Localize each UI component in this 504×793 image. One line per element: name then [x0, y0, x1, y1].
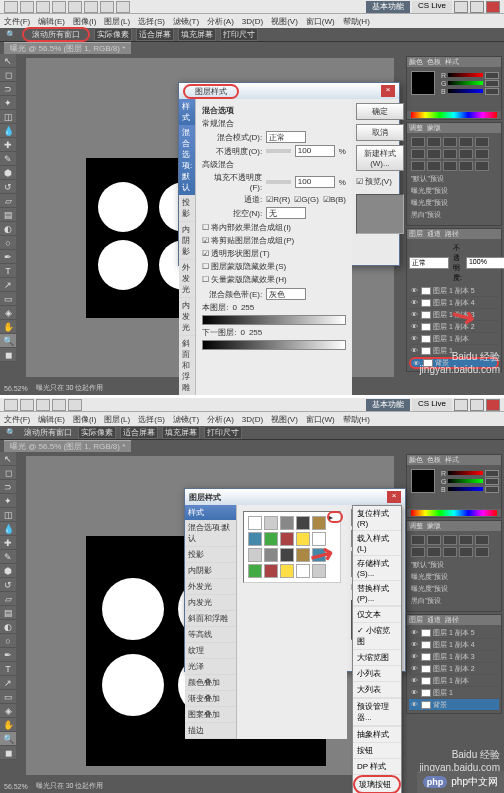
- layer-name[interactable]: 图层 1 副本 4: [433, 640, 475, 650]
- flyout-presetmgr[interactable]: 预设管理器...: [353, 699, 401, 726]
- move-tool[interactable]: ↖: [0, 54, 16, 68]
- layer-name[interactable]: 图层 1 副本 3: [433, 310, 475, 320]
- sidebar-satin[interactable]: 光泽: [185, 659, 236, 675]
- layer-row[interactable]: 👁图层 1 副本 3: [409, 651, 499, 663]
- color-tab[interactable]: 颜色: [409, 455, 423, 465]
- history-brush-tool[interactable]: ↺: [0, 578, 16, 592]
- sidebar-outerglow[interactable]: 外发光: [179, 260, 195, 298]
- menu-view[interactable]: 视图(V): [271, 16, 298, 27]
- adj-brightness[interactable]: [411, 137, 425, 147]
- layer-thumb[interactable]: [421, 701, 431, 709]
- shape-tool[interactable]: ▭: [0, 690, 16, 704]
- b-value[interactable]: [485, 88, 499, 95]
- preset-item[interactable]: 通道混合器"预设: [409, 607, 499, 609]
- fill-screen-button[interactable]: 填充屏幕: [162, 426, 200, 439]
- layer-row[interactable]: 👁图层 1 副本 2: [409, 663, 499, 675]
- cslive-menu[interactable]: CS Live: [412, 399, 452, 411]
- layer-thumb[interactable]: [421, 665, 431, 673]
- actual-pixels-button[interactable]: 实际像素: [78, 426, 116, 439]
- layer-row[interactable]: 👁图层 1 副本 2: [409, 321, 499, 333]
- menu-file[interactable]: 文件(F): [4, 414, 30, 425]
- menu-select[interactable]: 选择(S): [138, 414, 165, 425]
- adj-icon[interactable]: [427, 547, 441, 557]
- layer-thumb[interactable]: [421, 311, 431, 319]
- menu-layer[interactable]: 图层(L): [104, 414, 130, 425]
- visibility-icon[interactable]: 👁: [411, 311, 419, 318]
- gear-flyout-icon[interactable]: ▸: [327, 511, 343, 523]
- cb-layermask-hide[interactable]: ☐ 图层蒙版隐藏效果(S): [202, 260, 346, 273]
- hand-tool[interactable]: ✋: [0, 718, 16, 732]
- adj-vibrance[interactable]: [475, 137, 489, 147]
- 3d-tool[interactable]: ◈: [0, 306, 16, 320]
- visibility-icon[interactable]: 👁: [411, 287, 419, 294]
- layer-row[interactable]: 👁图层 1 副本 5: [409, 285, 499, 297]
- menu-analysis[interactable]: 分析(A): [207, 16, 234, 27]
- flyout-smalllist[interactable]: 小列表: [353, 666, 401, 682]
- sidebar-dropshadow[interactable]: 投影: [179, 195, 195, 222]
- bridge-icon[interactable]: [20, 1, 34, 13]
- menu-image[interactable]: 图像(I): [73, 16, 97, 27]
- swatches-tab[interactable]: 色板: [427, 455, 441, 465]
- flyout-load[interactable]: 载入样式(L): [353, 531, 401, 556]
- preset-item[interactable]: 黑白"预设: [409, 209, 499, 221]
- style-preset-thumb[interactable]: [312, 532, 326, 546]
- preset-item[interactable]: 黑白"预设: [409, 595, 499, 607]
- preset-item[interactable]: 曝光度"预设: [409, 583, 499, 595]
- crop-tool[interactable]: ◫: [0, 110, 16, 124]
- cb-interior-effects[interactable]: ☐ 将内部效果混合成组(I): [202, 221, 346, 234]
- adj-photofilter[interactable]: [459, 149, 473, 159]
- blur-tool[interactable]: ◐: [0, 620, 16, 634]
- flyout-save[interactable]: 存储样式(S)...: [353, 556, 401, 581]
- path-tool[interactable]: ↗: [0, 676, 16, 690]
- visibility-icon[interactable]: 👁: [411, 689, 419, 696]
- r-value[interactable]: [485, 72, 499, 79]
- minimize-button[interactable]: [454, 1, 468, 13]
- style-preset-thumb[interactable]: [312, 516, 326, 530]
- style-preset-thumb[interactable]: [248, 532, 262, 546]
- layer-row[interactable]: 👁图层 1 副本 4: [409, 297, 499, 309]
- shape-tool[interactable]: ▭: [0, 292, 16, 306]
- layout-icon[interactable]: [36, 1, 50, 13]
- maximize-button[interactable]: [470, 1, 484, 13]
- b-slider[interactable]: [448, 89, 483, 93]
- opacity-input[interactable]: 100: [295, 145, 335, 157]
- layer-thumb[interactable]: [421, 287, 431, 295]
- stamp-tool[interactable]: ⬢: [0, 166, 16, 180]
- menu-window[interactable]: 窗口(W): [306, 414, 335, 425]
- flyout-smallthumb[interactable]: 小缩览图: [353, 623, 401, 650]
- sidebar-blend-options[interactable]: 混合选项:默认: [179, 125, 195, 195]
- visibility-icon[interactable]: 👁: [411, 641, 419, 648]
- menu-analysis[interactable]: 分析(A): [207, 414, 234, 425]
- foreground-color-swatch[interactable]: [411, 71, 435, 95]
- r-value[interactable]: [485, 470, 499, 477]
- layer-row[interactable]: 👁图层 1: [409, 687, 499, 699]
- styles-tab[interactable]: 样式: [445, 455, 459, 465]
- menu-filter[interactable]: 滤镜(T): [173, 16, 199, 27]
- opacity-slider[interactable]: [266, 149, 291, 153]
- menu-file[interactable]: 文件(F): [4, 16, 30, 27]
- menu-image[interactable]: 图像(I): [73, 414, 97, 425]
- fill-slider[interactable]: [266, 180, 291, 184]
- visibility-icon[interactable]: 👁: [411, 701, 419, 708]
- hand-icon[interactable]: [68, 1, 82, 13]
- visibility-icon[interactable]: 👁: [411, 665, 419, 672]
- adj-bw[interactable]: [443, 149, 457, 159]
- adj-exposure[interactable]: [459, 137, 473, 147]
- flyout-largethumb[interactable]: 大缩览图: [353, 650, 401, 666]
- opacity-input[interactable]: 100%: [466, 257, 504, 269]
- adj-icon[interactable]: [443, 547, 457, 557]
- zoom-icon[interactable]: [52, 399, 66, 411]
- zoom-icon[interactable]: [52, 1, 66, 13]
- menu-window[interactable]: 窗口(W): [306, 16, 335, 27]
- adj-icon[interactable]: [443, 535, 457, 545]
- style-preset-thumb[interactable]: [296, 548, 310, 562]
- heal-tool[interactable]: ✚: [0, 138, 16, 152]
- blend-mode-select[interactable]: 正常: [409, 257, 449, 269]
- adjustments-tab[interactable]: 调整: [409, 521, 423, 531]
- type-tool[interactable]: T: [0, 264, 16, 278]
- wand-tool[interactable]: ✦: [0, 96, 16, 110]
- eyedropper-tool[interactable]: 💧: [0, 124, 16, 138]
- adj-threshold[interactable]: [443, 161, 457, 171]
- hue-strip[interactable]: [411, 510, 497, 516]
- sidebar-dropshadow[interactable]: 投影: [185, 547, 236, 563]
